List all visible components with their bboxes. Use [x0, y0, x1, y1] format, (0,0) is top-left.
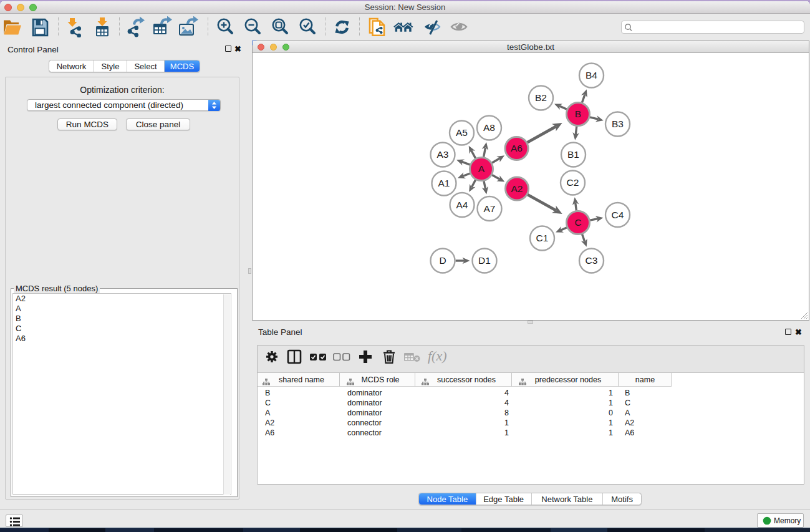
svg-text:A2: A2: [511, 183, 523, 194]
svg-text:A8: A8: [483, 122, 495, 133]
svg-text:B2: B2: [535, 92, 547, 103]
svg-text:B: B: [575, 109, 581, 119]
svg-text:D1: D1: [478, 255, 491, 266]
svg-text:A3: A3: [437, 149, 449, 160]
svg-text:C2: C2: [567, 177, 579, 188]
svg-text:B3: B3: [612, 118, 624, 129]
svg-text:C4: C4: [612, 210, 624, 220]
svg-text:C3: C3: [586, 255, 598, 266]
svg-text:C: C: [574, 217, 581, 228]
svg-text:A: A: [478, 163, 485, 174]
svg-text:A1: A1: [438, 178, 450, 188]
svg-text:B1: B1: [567, 149, 579, 160]
svg-text:A7: A7: [484, 203, 496, 214]
svg-text:A5: A5: [456, 127, 468, 138]
svg-text:A4: A4: [456, 200, 468, 210]
svg-text:D: D: [439, 255, 446, 266]
svg-text:C1: C1: [536, 233, 549, 243]
svg-text:B4: B4: [586, 70, 597, 80]
svg-text:A6: A6: [511, 143, 523, 153]
